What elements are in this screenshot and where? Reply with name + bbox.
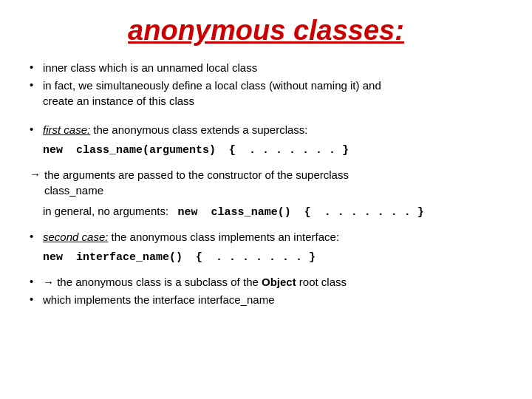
bullet-dot-6: • xyxy=(30,274,43,287)
code-block-1: new class_name(arguments) { . . . . . . … xyxy=(43,144,502,157)
inline-code-2: new class_name() { . . . . . . . } xyxy=(178,206,424,219)
code-block-2: new interface_name() { . . . . . . . } xyxy=(43,251,502,264)
bullet-text-1: inner class which is an unnamed local cl… xyxy=(43,60,257,75)
bullet-dot-7: • xyxy=(30,292,43,305)
bullet-5: • second case: the anonymous class imple… xyxy=(30,229,502,245)
bullet-text-6: → the anonymous class is a subclass of t… xyxy=(43,274,347,290)
bullet-dot-1: • xyxy=(30,60,43,73)
object-keyword: Object xyxy=(262,276,296,288)
slide: anonymous classes: • inner class which i… xyxy=(0,0,532,399)
inline-code-prefix: in general, no arguments: xyxy=(43,205,178,217)
bullet-text-4: the arguments are passed to the construc… xyxy=(44,167,349,198)
slide-title: anonymous classes: xyxy=(30,15,502,47)
bullet-7: • which implements the interface interfa… xyxy=(30,292,502,307)
bullet-1: • inner class which is an unnamed local … xyxy=(30,60,502,75)
first-case-label: first case: xyxy=(43,123,90,136)
inline-code-line: in general, no arguments: new class_name… xyxy=(43,205,502,219)
bullet-dot-2: • xyxy=(30,78,43,91)
bullet-text-7: which implements the interface interface… xyxy=(43,292,275,307)
bullet-text-3: first case: the anonymous class extends … xyxy=(43,122,308,137)
bullet-arrow-4: → xyxy=(30,167,44,180)
bullet-3: • first case: the anonymous class extend… xyxy=(30,122,502,137)
bullet-2: • in fact, we simultaneously define a lo… xyxy=(30,78,502,109)
bullet-text-2: in fact, we simultaneously define a loca… xyxy=(43,78,381,109)
bullet-4: → the arguments are passed to the constr… xyxy=(30,167,502,198)
bullet-dot-3: • xyxy=(30,122,43,135)
second-case-label: second case: xyxy=(43,231,108,243)
bullet-text-5: second case: the anonymous class impleme… xyxy=(43,229,339,245)
bullet-6: • → the anonymous class is a subclass of… xyxy=(30,274,502,290)
bullet-dot-5: • xyxy=(30,229,43,242)
